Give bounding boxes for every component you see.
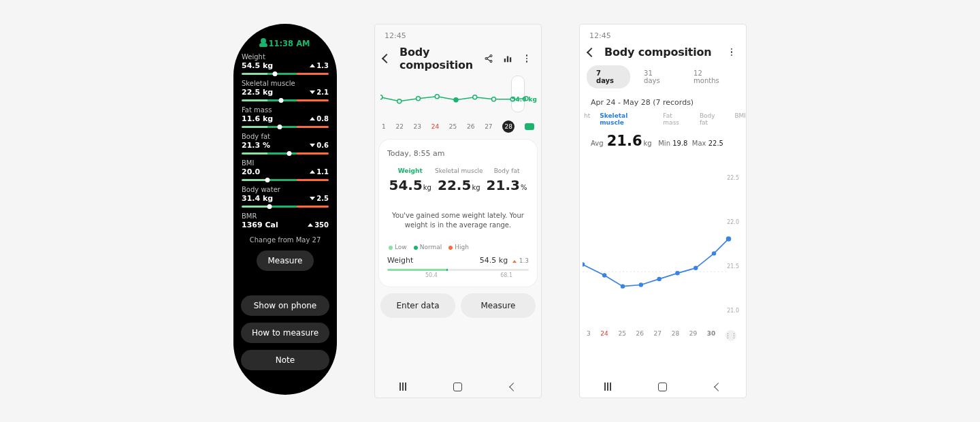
date-tick[interactable]: 1 bbox=[382, 123, 386, 130]
svg-point-23 bbox=[693, 266, 698, 270]
chip-fat-mass[interactable]: Fat mass bbox=[663, 112, 690, 126]
measure-button[interactable]: Measure bbox=[461, 293, 536, 318]
note-button[interactable]: Note bbox=[241, 350, 329, 370]
watch-status: 11:38 AM bbox=[240, 39, 330, 48]
date-axis[interactable]: 122232425262728 bbox=[375, 120, 541, 133]
metric-label: Skeletal muscle bbox=[242, 80, 329, 87]
measure-button[interactable]: Measure bbox=[257, 250, 314, 271]
metric-gauge bbox=[242, 179, 329, 181]
metric-skeletal-muscle: Skeletal muscle22.5 kg2.1 bbox=[240, 80, 330, 101]
how-to-measure-button[interactable]: How to measure bbox=[241, 323, 329, 343]
trend-chart[interactable]: 22.522.021.521.0 bbox=[583, 169, 743, 326]
home-button[interactable] bbox=[657, 381, 668, 392]
metric-tab-skeletal-muscle[interactable]: Skeletal muscle22.5kg bbox=[435, 167, 483, 193]
home-button[interactable] bbox=[453, 381, 463, 392]
date-tick[interactable]: 23 bbox=[414, 123, 421, 130]
today-timestamp: Today, 8:55 am bbox=[387, 149, 529, 158]
recents-button[interactable] bbox=[397, 381, 408, 392]
tab-31-days[interactable]: 31 days bbox=[634, 65, 680, 88]
chip-ht[interactable]: ht bbox=[584, 112, 590, 126]
gauge-marker bbox=[287, 151, 292, 156]
weight-label: Weight bbox=[387, 256, 413, 265]
date-tick[interactable]: 25 bbox=[449, 123, 457, 130]
metric-value: 54.5 kg bbox=[242, 61, 273, 70]
svg-point-18 bbox=[602, 273, 606, 277]
svg-point-12 bbox=[473, 95, 477, 99]
more-button[interactable] bbox=[521, 52, 533, 65]
share-button[interactable] bbox=[483, 52, 495, 65]
weight-sparkline[interactable]: 54.0 kg bbox=[380, 78, 536, 119]
back-nav-button[interactable] bbox=[713, 381, 723, 392]
back-button[interactable] bbox=[585, 46, 598, 59]
down-triangle-icon bbox=[310, 91, 315, 94]
metric-gauge bbox=[242, 206, 329, 208]
stats-button[interactable] bbox=[502, 52, 514, 65]
metric-name: Skeletal muscle bbox=[435, 167, 483, 174]
svg-rect-4 bbox=[507, 56, 508, 63]
weight-value: 54.5 kg 1.3 bbox=[480, 256, 529, 265]
metric-label: Body fat bbox=[242, 133, 329, 140]
enter-data-button[interactable]: Enter data bbox=[380, 293, 455, 318]
recents-button[interactable] bbox=[602, 381, 613, 392]
bar-chart-icon bbox=[503, 54, 512, 63]
metric-name: Weight bbox=[389, 167, 431, 174]
y-tick: 22.0 bbox=[727, 219, 739, 225]
metric-gauge bbox=[242, 73, 329, 75]
up-triangle-icon bbox=[310, 117, 315, 120]
more-button[interactable] bbox=[725, 46, 738, 59]
share-icon bbox=[484, 54, 493, 63]
y-axis-ticks: 22.522.021.521.0 bbox=[727, 169, 739, 326]
scale-icon[interactable] bbox=[525, 123, 534, 130]
svg-point-24 bbox=[712, 251, 716, 255]
down-triangle-icon bbox=[310, 144, 315, 147]
svg-point-21 bbox=[657, 277, 661, 281]
metric-delta: 1.3 bbox=[310, 62, 329, 69]
tab-12-months[interactable]: 12 months bbox=[684, 65, 739, 88]
metric-tab-body-fat[interactable]: Body fat21.3% bbox=[487, 167, 527, 193]
date-tick[interactable]: 26 bbox=[467, 123, 474, 130]
titlebar: Body composition bbox=[580, 43, 746, 65]
chip-bmi[interactable]: BMI bbox=[734, 112, 746, 126]
gauge-marker bbox=[265, 178, 270, 182]
android-navbar bbox=[375, 381, 541, 392]
back-button[interactable] bbox=[380, 52, 393, 65]
gauge-marker bbox=[278, 125, 282, 129]
svg-point-10 bbox=[435, 95, 439, 99]
chip-skeletal-muscle[interactable]: Skeletal muscle bbox=[600, 112, 653, 126]
down-triangle-icon bbox=[310, 197, 315, 200]
metric-value: 21.3% bbox=[487, 177, 527, 193]
date-tick[interactable]: 22 bbox=[395, 123, 403, 130]
metric-label: Weight bbox=[242, 53, 329, 61]
date-tick[interactable]: 27 bbox=[485, 123, 492, 130]
show-on-phone-button[interactable]: Show on phone bbox=[241, 295, 329, 316]
metric-fat-mass: Fat mass11.6 kg0.8 bbox=[240, 106, 330, 128]
sparkline-value: 54.0 kg bbox=[511, 96, 537, 103]
date-tick[interactable]: 24 bbox=[431, 123, 439, 130]
tab-7-days[interactable]: 7 days bbox=[587, 65, 630, 88]
insight-text: You've gained some weight lately. Your w… bbox=[391, 211, 525, 230]
chip-body-fat[interactable]: Body fat bbox=[700, 112, 725, 126]
up-triangle-icon bbox=[512, 260, 517, 263]
legend-high: High bbox=[448, 244, 469, 250]
up-triangle-icon bbox=[310, 64, 315, 67]
phone-trend-view: 12:45 Body composition 7 days31 days12 m… bbox=[579, 24, 747, 398]
date-today[interactable]: 28 bbox=[502, 120, 514, 133]
range-tabs: 7 days31 days12 months bbox=[580, 65, 746, 88]
metric-body-fat: Body fat21.3 %0.6 bbox=[240, 133, 330, 155]
metric-value: 22.5 kg bbox=[242, 88, 273, 97]
metric-delta: 0.8 bbox=[310, 115, 329, 123]
kebab-icon bbox=[731, 48, 733, 56]
back-nav-button[interactable] bbox=[508, 381, 519, 392]
svg-point-7 bbox=[380, 95, 382, 99]
metric-tab-weight[interactable]: Weight54.5kg bbox=[389, 167, 431, 193]
today-card: Today, 8:55 am Weight54.5kgSkeletal musc… bbox=[379, 140, 537, 287]
metric-chips: htSkeletal muscleFat massBody fatBMI bbox=[580, 112, 746, 126]
kebab-icon bbox=[526, 54, 528, 63]
stats-line: Avg 21.6kg Min 19.8 Max 22.5 bbox=[580, 126, 746, 149]
metric-bmr: BMR1369 Cal350 bbox=[240, 212, 330, 229]
metric-body-water: Body water31.4 kg2.5 bbox=[240, 186, 330, 208]
svg-point-8 bbox=[397, 99, 402, 103]
metric-delta: 1.1 bbox=[310, 168, 329, 176]
metric-label: BMR bbox=[242, 212, 329, 220]
metric-value: 20.0 bbox=[242, 167, 260, 176]
